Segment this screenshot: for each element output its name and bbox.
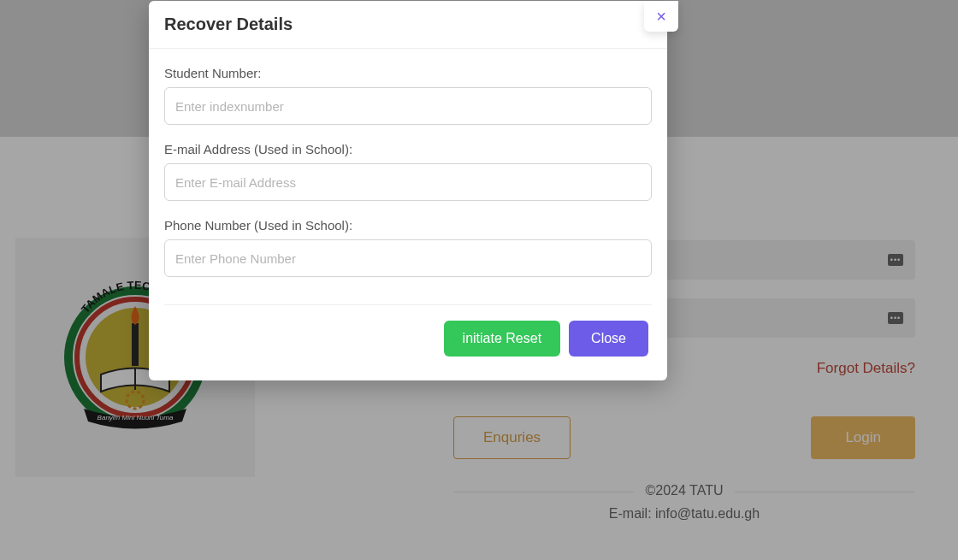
close-icon: × <box>656 7 666 27</box>
email-input[interactable] <box>164 163 652 201</box>
modal-close-button[interactable]: × <box>644 1 678 32</box>
recover-details-modal: × Recover Details Student Number: E-mail… <box>149 1 667 380</box>
modal-title: Recover Details <box>149 1 667 49</box>
phone-label: Phone Number (Used in School): <box>164 218 652 233</box>
email-label: E-mail Address (Used in School): <box>164 142 652 156</box>
initiate-reset-button[interactable]: initiate Reset <box>444 321 561 357</box>
close-button[interactable]: Close <box>569 321 648 357</box>
student-number-label: Student Number: <box>164 66 652 80</box>
phone-input[interactable] <box>164 239 652 277</box>
student-number-input[interactable] <box>164 87 652 125</box>
